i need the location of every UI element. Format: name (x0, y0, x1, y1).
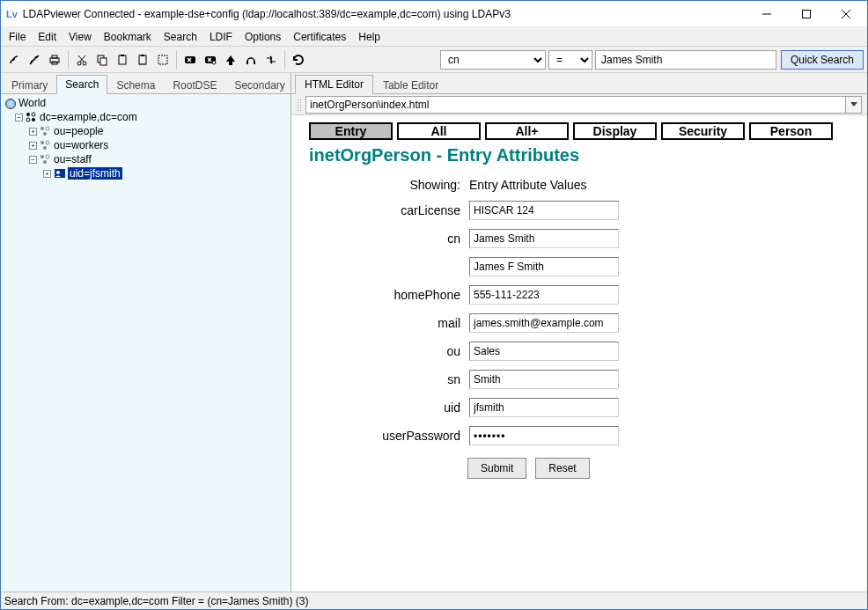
section-title: inetOrgPerson - Entry Attributes (309, 145, 857, 165)
ou-icon (40, 140, 52, 151)
svg-point-42 (56, 171, 60, 174)
expand-icon[interactable]: + (29, 142, 37, 150)
tab-html-editor[interactable]: HTML Editor (295, 75, 373, 94)
toolbar-separator (176, 51, 177, 69)
select-icon[interactable] (153, 50, 173, 70)
search-op-select[interactable]: = (548, 50, 592, 70)
right-pane: HTML Editor Table Editor Entry All All+ … (291, 73, 867, 592)
entry-tab-allplus[interactable]: All+ (485, 122, 569, 140)
attr-input-sn[interactable] (469, 370, 619, 389)
headphones-icon[interactable] (241, 50, 261, 70)
expand-icon[interactable]: + (29, 128, 37, 136)
tree-node-ou-staff[interactable]: − ou=staff (4, 152, 287, 166)
collapse-icon[interactable]: − (15, 114, 23, 121)
entry-tab-all[interactable]: All (397, 122, 481, 140)
menu-search[interactable]: Search (158, 29, 203, 45)
tree-label-selected: uid=jfsmith (68, 167, 122, 180)
cut-icon[interactable] (72, 50, 92, 70)
tab-table-editor[interactable]: Table Editor (373, 76, 448, 94)
menu-edit[interactable]: Edit (32, 29, 63, 45)
search-attr-select[interactable]: cn (440, 50, 546, 70)
attributes-form: Showing: Entry Attribute Values carLicen… (302, 178, 857, 445)
collapse-icon[interactable]: − (29, 156, 37, 164)
disconnect-icon[interactable] (25, 50, 44, 70)
entry-tab-security[interactable]: Security (661, 122, 745, 140)
directory-tree[interactable]: World − dc=example,dc=com + ou=people + … (1, 94, 291, 592)
menu-file[interactable]: File (3, 29, 32, 45)
expand-icon[interactable]: + (43, 170, 51, 178)
tab-primary[interactable]: Primary (3, 76, 56, 94)
menu-ldif[interactable]: LDIF (203, 29, 239, 45)
tree-node-base[interactable]: − dc=example,dc=com (4, 110, 287, 124)
attr-input-ou[interactable] (469, 342, 619, 361)
delete2-icon[interactable] (201, 50, 220, 70)
svg-rect-16 (141, 55, 144, 56)
paste-alt-icon[interactable] (133, 50, 152, 70)
tab-secondary[interactable]: Secondary (225, 76, 293, 94)
tree-label: ou=workers (54, 139, 108, 151)
org-icon (26, 112, 38, 122)
copy-icon[interactable] (92, 50, 112, 70)
paste-icon[interactable] (113, 50, 132, 70)
tree-node-ou-workers[interactable]: + ou=workers (4, 138, 287, 152)
attr-input-mail[interactable] (469, 313, 619, 333)
delete-icon[interactable] (180, 50, 200, 70)
menu-view[interactable]: View (63, 29, 98, 45)
ou-icon (40, 126, 52, 136)
svg-point-30 (26, 118, 30, 121)
search-value-input[interactable] (595, 50, 776, 70)
svg-point-38 (40, 155, 44, 158)
attr-label-cn: cn (302, 232, 460, 246)
entry-tab-person[interactable]: Person (749, 122, 833, 140)
tree-node-ou-people[interactable]: + ou=people (4, 124, 287, 138)
up-icon[interactable] (221, 50, 240, 70)
entry-tab-entry[interactable]: Entry (309, 122, 393, 140)
attr-input-uid[interactable] (469, 398, 619, 417)
svg-point-32 (40, 127, 44, 130)
attr-input-homephone[interactable] (469, 285, 619, 305)
submit-button[interactable]: Submit (467, 458, 526, 479)
tab-search[interactable]: Search (56, 75, 107, 94)
connect-icon[interactable] (4, 50, 24, 70)
statusbar: Search From: dc=example,dc=com Filter = … (1, 592, 867, 609)
attr-label-carlicense: carLicense (302, 203, 460, 217)
attr-input-carlicense[interactable] (469, 201, 619, 220)
maximize-button[interactable] (786, 2, 826, 26)
minimize-button[interactable] (747, 2, 786, 26)
template-path-input[interactable] (305, 96, 846, 114)
tree-label: World (18, 97, 46, 109)
svg-point-28 (26, 113, 30, 116)
refresh-icon[interactable] (289, 50, 308, 70)
left-tabs: Primary Search Schema RootDSE Secondary (1, 73, 291, 94)
toolbar: cn = Quick Search (1, 47, 867, 73)
menu-help[interactable]: Help (352, 29, 386, 45)
svg-point-39 (46, 155, 49, 158)
titlebar: Lv LDAPviewer Connected - example-dse+co… (1, 1, 867, 27)
tree-label: ou=people (54, 125, 103, 137)
attr-input-userpassword[interactable] (469, 426, 619, 445)
close-button[interactable] (826, 2, 865, 26)
svg-rect-27 (254, 61, 255, 64)
tree-node-uid-jfsmith[interactable]: + uid=jfsmith (4, 166, 287, 180)
attr-label-uid: uid (302, 401, 460, 415)
quick-search-button[interactable]: Quick Search (781, 50, 864, 70)
tab-rootdse[interactable]: RootDSE (164, 76, 225, 94)
template-path-dropdown[interactable] (846, 96, 862, 114)
attr-label-sn: sn (302, 372, 460, 386)
svg-point-40 (43, 160, 47, 164)
entry-tab-display[interactable]: Display (573, 122, 657, 140)
svg-point-36 (46, 141, 49, 144)
menu-bookmark[interactable]: Bookmark (98, 29, 158, 45)
print-icon[interactable] (45, 50, 64, 70)
reset-button[interactable]: Reset (535, 458, 589, 479)
toolbar-separator (68, 51, 69, 69)
tab-schema[interactable]: Schema (107, 76, 164, 94)
menu-certificates[interactable]: Certificates (287, 29, 352, 45)
swap-icon[interactable] (261, 50, 281, 70)
attr-input-cn[interactable] (469, 229, 619, 248)
window-title: LDAPviewer Connected - example-dse+confi… (23, 8, 747, 20)
tree-node-world[interactable]: World (4, 96, 287, 110)
svg-point-31 (32, 118, 35, 121)
attr-input-cn2[interactable] (469, 257, 619, 276)
menu-options[interactable]: Options (239, 29, 287, 45)
